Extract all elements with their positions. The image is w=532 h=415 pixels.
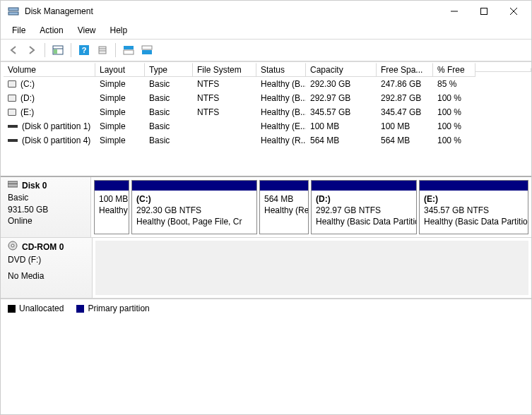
volume-layout: Simple (95, 92, 145, 104)
col-filesystem[interactable]: File System (193, 63, 256, 77)
partition-block[interactable]: (E:)345.57 GB NTFSHealthy (Basic Data Pa… (419, 180, 528, 234)
layout-bottom-button[interactable] (138, 42, 155, 59)
cdrom-name: CD-ROM 0 (22, 241, 64, 253)
svg-rect-1 (8, 12, 18, 15)
volume-pct: 85 % (433, 78, 475, 90)
swatch-primary (76, 305, 84, 313)
legend-primary: Primary partition (76, 303, 149, 313)
volume-free: 100 MB (377, 121, 433, 132)
volume-type: Basic (145, 121, 193, 132)
volume-fs (193, 140, 256, 141)
toolbar-separator (115, 43, 116, 57)
volume-layout: Simple (95, 121, 145, 132)
drive-icon (8, 109, 16, 116)
minimize-button[interactable] (439, 1, 469, 21)
partition-block[interactable]: (C:)292.30 GB NTFSHealthy (Boot, Page Fi… (131, 180, 257, 234)
partition-status: Healthy (Boot, Page File, Cr (136, 216, 252, 227)
svg-point-21 (11, 244, 14, 247)
cdrom-icon (8, 241, 18, 254)
title-bar: Disk Management (1, 1, 531, 22)
help-button[interactable]: ? (76, 42, 93, 59)
partition-status: Healthy (Rec (264, 205, 304, 216)
col-capacity[interactable]: Capacity (306, 63, 377, 77)
svg-rect-15 (124, 50, 134, 54)
col-layout[interactable]: Layout (95, 63, 145, 77)
col-pct[interactable]: % Free (433, 63, 475, 77)
volume-free: 292.87 GB (377, 92, 433, 104)
cdrom-empty-area (95, 241, 528, 295)
volume-row[interactable]: (Disk 0 partition 1)SimpleBasicHealthy (… (1, 119, 531, 133)
partition-header (312, 181, 416, 191)
menu-help[interactable]: Help (105, 24, 134, 37)
svg-rect-3 (481, 8, 487, 15)
layout-top-button[interactable] (120, 42, 137, 59)
toolbar-separator (71, 43, 71, 57)
volume-row[interactable]: (D:)SimpleBasicNTFSHealthy (B...292.97 G… (1, 91, 531, 105)
volume-list[interactable]: (C:)SimpleBasicNTFSHealthy (B...292.30 G… (1, 77, 531, 176)
col-type[interactable]: Type (145, 63, 193, 77)
partition-status: Healthy (Basic Data Partition (316, 216, 412, 227)
partition-block[interactable]: (D:)292.97 GB NTFSHealthy (Basic Data Pa… (311, 180, 417, 234)
disk-row-disk0[interactable]: Disk 0 Basic 931.50 GB Online 100 MBHeal… (1, 177, 531, 238)
col-free[interactable]: Free Spa... (377, 63, 433, 77)
volume-free: 247.86 GB (377, 78, 433, 90)
settings-button[interactable] (94, 42, 111, 59)
menu-file[interactable]: File (6, 24, 31, 37)
disk-icon (8, 180, 18, 192)
volume-layout: Simple (95, 78, 145, 90)
toolbar-separator (45, 43, 45, 57)
disk0-size: 931.50 GB (8, 204, 85, 216)
svg-rect-8 (54, 49, 57, 54)
partition-status: Healthy (Basic Data Partition (424, 216, 524, 227)
partition-size: 564 MB (264, 193, 304, 205)
volume-name: (E:) (20, 107, 34, 117)
maximize-button[interactable] (469, 1, 499, 21)
volume-fs (193, 126, 256, 127)
volume-pct: 100 % (433, 121, 475, 132)
cdrom-state: No Media (8, 270, 86, 282)
volume-status: Healthy (B... (256, 78, 306, 90)
volume-fs: NTFS (193, 107, 256, 118)
view-button[interactable] (49, 42, 66, 59)
legend: Unallocated Primary partition (1, 299, 531, 318)
partition-header (420, 181, 528, 191)
volume-layout: Simple (95, 107, 145, 118)
volume-fs: NTFS (193, 92, 256, 104)
svg-rect-11 (99, 47, 106, 54)
disk-row-cdrom[interactable]: CD-ROM 0 DVD (F:) No Media (1, 238, 531, 299)
partition-block[interactable]: 100 MBHealthy (94, 180, 129, 234)
volume-row[interactable]: (C:)SimpleBasicNTFSHealthy (B...292.30 G… (1, 77, 531, 91)
legend-unallocated: Unallocated (8, 303, 64, 313)
drive-icon (8, 95, 16, 102)
cdrom-type: DVD (F:) (8, 254, 86, 266)
volume-list-header: Volume Layout Type File System Status Ca… (1, 61, 531, 77)
partition-status: Healthy (99, 205, 124, 216)
volume-status: Healthy (E... (256, 121, 306, 132)
volume-capacity: 564 MB (306, 135, 377, 146)
col-blank[interactable] (475, 68, 531, 72)
volume-status: Healthy (B... (256, 92, 306, 104)
volume-type: Basic (145, 107, 193, 118)
close-button[interactable] (499, 1, 528, 21)
menu-view[interactable]: View (72, 24, 102, 37)
partition-block[interactable]: 564 MBHealthy (Rec (259, 180, 309, 234)
volume-layout: Simple (95, 135, 145, 146)
svg-rect-14 (124, 46, 134, 49)
col-status[interactable]: Status (256, 63, 306, 77)
back-button[interactable] (5, 42, 22, 59)
partition-size: 292.97 GB NTFS (316, 205, 412, 216)
volume-free: 564 MB (377, 135, 433, 146)
menu-action[interactable]: Action (34, 24, 69, 37)
volume-type: Basic (145, 135, 193, 146)
drive-icon (8, 80, 16, 88)
forward-button[interactable] (23, 42, 40, 59)
volume-name: (D:) (20, 93, 35, 103)
app-icon (8, 6, 19, 17)
volume-row[interactable]: (Disk 0 partition 4)SimpleBasicHealthy (… (1, 133, 531, 148)
partition-header (260, 181, 308, 191)
disk0-name: Disk 0 (22, 180, 47, 192)
svg-rect-19 (8, 184, 18, 184)
volume-row[interactable]: (E:)SimpleBasicNTFSHealthy (B...345.57 G… (1, 105, 531, 119)
partition-size: 100 MB (99, 193, 124, 205)
col-volume[interactable]: Volume (4, 63, 95, 77)
